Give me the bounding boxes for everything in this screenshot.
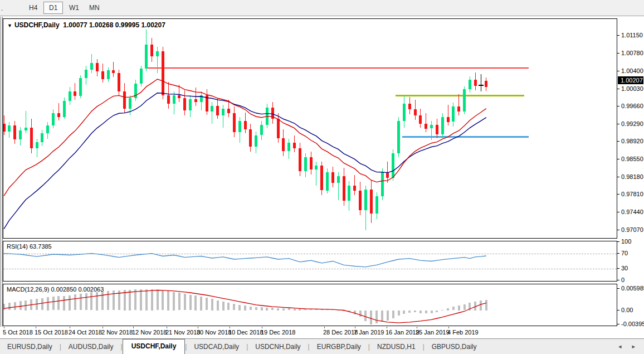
price-label: 1.01150	[621, 32, 643, 38]
candle	[140, 69, 143, 84]
symbol-tab-usdchf[interactable]: USDCHF,Daily	[123, 339, 186, 354]
symbol-tab-usdcad[interactable]: USDCAD,Daily	[187, 340, 246, 354]
date-tick	[324, 327, 325, 328]
macd-histogram-bar	[151, 289, 153, 311]
rsi-indicator-panel[interactable]: RSI(14) 63.7385	[3, 241, 617, 282]
candle	[46, 125, 49, 133]
price-tick	[617, 177, 619, 177]
minor-resistance-line[interactable]	[396, 95, 524, 96]
candle	[331, 172, 334, 183]
rsi-tick	[617, 253, 619, 254]
candle	[474, 80, 477, 85]
candle-wick	[113, 62, 114, 77]
candle	[173, 95, 175, 104]
ohlc-high: 1.00268	[89, 21, 113, 29]
macd-histogram-bar	[184, 294, 186, 311]
price-label: 0.97810	[621, 191, 643, 197]
macd-histogram-bar	[474, 302, 476, 311]
candle	[430, 125, 433, 129]
rsi-label: 0	[621, 277, 625, 283]
time-axis[interactable]: 5 Oct 201815 Oct 201824 Oct 20182 Nov 20…	[0, 327, 614, 338]
macd-histogram-bar	[431, 311, 433, 313]
candle	[134, 84, 137, 98]
period-button-h4[interactable]: H4	[23, 2, 43, 14]
rsi-label: 100	[621, 238, 631, 245]
macd-histogram-bar	[326, 309, 329, 311]
macd-tick	[617, 310, 619, 311]
price-tick	[617, 35, 619, 36]
price-tick	[617, 141, 619, 142]
macd-histogram-bar	[343, 311, 345, 312]
macd-histogram-bar	[157, 290, 159, 311]
candle	[392, 153, 394, 178]
macd-histogram-bar	[145, 289, 148, 311]
partial-period-label: .	[1, 4, 3, 12]
support-line[interactable]	[402, 136, 529, 138]
period-button-mn[interactable]: MN	[84, 2, 105, 14]
candle	[156, 51, 159, 56]
price-chart-panel[interactable]: ▼USDCHF,Daily 1.00077 1.00268 0.99995 1.…	[3, 18, 617, 239]
candle	[118, 73, 120, 91]
candle	[414, 109, 417, 115]
macd-indicator-panel[interactable]: MACD(12,26,9) 0.002850 0.002063	[3, 284, 617, 326]
rsi-value: 63.7385	[30, 243, 52, 250]
moving-averages-plot	[3, 19, 617, 238]
date-tick	[167, 327, 167, 328]
macd-histogram-bar	[480, 300, 482, 310]
resistance-line[interactable]	[146, 67, 529, 69]
macd-histogram-bar	[129, 290, 131, 311]
candle	[348, 186, 350, 201]
macd-histogram-bar	[299, 309, 301, 310]
macd-histogram-bar	[387, 311, 389, 321]
candle	[206, 95, 208, 111]
candle	[386, 172, 389, 178]
rsi-tick	[617, 280, 619, 280]
macd-histogram-bar	[282, 308, 285, 311]
candle	[364, 190, 367, 211]
candle	[194, 99, 197, 102]
date-tick	[4, 327, 4, 328]
candle	[425, 124, 427, 129]
candle-wick	[426, 113, 426, 132]
candle	[19, 130, 22, 139]
symbol-tab-eurusd[interactable]: EURUSD,Daily	[0, 340, 60, 354]
macd-histogram-bar	[288, 308, 290, 310]
symbol-tab-eurgbp[interactable]: EURGBP,Daily	[310, 340, 368, 354]
period-button-w1[interactable]: W1	[64, 2, 85, 14]
candle	[255, 135, 257, 147]
candle	[293, 143, 296, 148]
rsi-plot	[3, 241, 617, 281]
candle	[90, 63, 93, 70]
symbol-tab-audusd[interactable]: AUDUSD,Daily	[61, 340, 121, 354]
price-tick	[617, 124, 619, 124]
candle	[260, 125, 263, 135]
macd-histogram-bar	[277, 308, 279, 311]
price-label: 0.99290	[621, 120, 643, 127]
candle	[25, 128, 27, 130]
macd-histogram-bar	[47, 297, 49, 310]
candle	[370, 190, 373, 214]
price-axis[interactable]: 1.011501.007801.004001.000300.996600.992…	[617, 17, 644, 338]
macd-histogram-bar	[310, 309, 312, 311]
macd-histogram-bar	[162, 290, 164, 311]
candle	[436, 125, 438, 134]
ohlc-open: 1.00077	[63, 21, 87, 29]
candle	[485, 81, 487, 87]
macd-histogram-bar	[173, 292, 175, 311]
macd-histogram-bar	[3, 304, 5, 311]
candle	[57, 113, 60, 117]
symbol-tab-nzdusd[interactable]: NZDUSD,H1	[370, 340, 423, 354]
tab-scroll-arrows[interactable]: ◂ ▸	[618, 343, 640, 350]
symbol-tab-gbpusd[interactable]: GBPUSD,Daily	[425, 340, 484, 354]
macd-histogram-bar	[321, 309, 323, 311]
macd-histogram-bar	[178, 293, 180, 310]
period-button-d1[interactable]: D1	[43, 2, 63, 14]
date-tick	[103, 327, 103, 328]
candle	[441, 117, 444, 134]
macd-histogram-bar	[364, 311, 367, 321]
macd-histogram-bar	[233, 304, 235, 311]
candle	[52, 113, 55, 125]
candle	[463, 89, 466, 111]
symbol-tab-usdcnh[interactable]: USDCNH,Daily	[248, 340, 308, 354]
macd-histogram-bar	[238, 305, 241, 311]
